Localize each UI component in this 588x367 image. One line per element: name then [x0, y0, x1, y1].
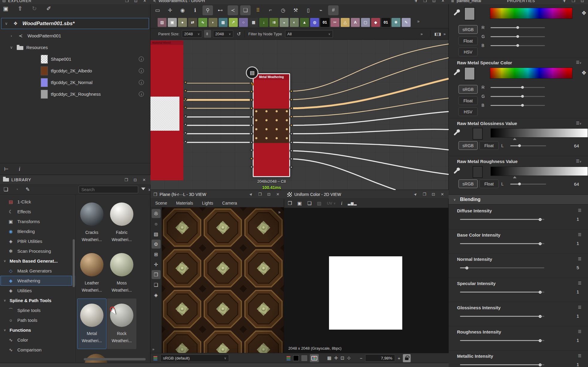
view3d-tool-icon[interactable]: ❒ [152, 270, 161, 279]
chevron-down-icon[interactable]: ∨ [2, 328, 7, 332]
close-icon[interactable]: ✕ [141, 0, 148, 3]
info-icon[interactable]: i [139, 68, 144, 73]
maximize-icon[interactable]: ⊡ [132, 0, 139, 3]
node-type-icon[interactable]: ▩ [219, 18, 228, 27]
info-icon[interactable]: i [139, 92, 144, 97]
parameter-slider[interactable] [460, 243, 544, 244]
sidebar-item[interactable]: ∨ Spline & Path Tools [0, 296, 75, 305]
menu-item[interactable]: Materials [176, 201, 193, 205]
channel-value[interactable]: 64 [565, 143, 579, 148]
float-mode-button[interactable]: Float [479, 179, 499, 188]
sidebar-item[interactable]: ∿ Color [0, 335, 75, 345]
node-input-port[interactable] [250, 141, 253, 144]
graph-canvas[interactable]: Material Blend [150, 40, 449, 190]
preset-menu-icon[interactable]: ☰ [578, 329, 581, 334]
new-folder-icon[interactable]: ❏ [4, 186, 8, 193]
chevron-down-icon[interactable]: ∨ [2, 259, 7, 263]
node-input-port[interactable] [250, 148, 253, 152]
reset-size-icon[interactable]: ↺ [237, 31, 241, 37]
node-type-icon[interactable]: A [351, 18, 360, 27]
colorspace-select[interactable]: sRGB (default)∨ [160, 354, 229, 362]
preset-menu-icon[interactable]: ☰∨ [576, 159, 581, 163]
float-mode-button[interactable]: Float [479, 141, 499, 150]
chevron-down-icon[interactable]: ∨ [2, 299, 7, 302]
more-icon[interactable]: » [444, 32, 446, 36]
node-type-icon[interactable]: ○ [239, 18, 248, 27]
lock-zoom-button[interactable] [403, 354, 411, 362]
view3d-tool-icon[interactable]: ⚙ [152, 240, 161, 249]
material-blend-node[interactable]: Material Blend [150, 40, 183, 180]
graph-tool-icon[interactable]: ≺ [228, 5, 238, 15]
tree-row[interactable]: tfgcddyc_2K_Albedo i [0, 65, 150, 77]
node-type-icon[interactable]: △ [341, 18, 350, 27]
node-port[interactable] [184, 89, 187, 92]
node-input-port[interactable] [250, 98, 253, 102]
parameter-value[interactable]: 1 [577, 241, 579, 246]
menu-item[interactable]: Scene [155, 201, 167, 205]
more-icon[interactable]: » [278, 210, 281, 214]
sidebar-item[interactable]: ∨ Functions [0, 325, 75, 335]
node-port[interactable] [184, 131, 187, 135]
sidebar-item[interactable]: ○ Path tools [0, 315, 75, 325]
view2d-tool-icon[interactable]: ❏ [307, 200, 311, 206]
channel-value[interactable]: 64 [565, 182, 579, 187]
tiling-grid-icon[interactable]: ▦ [327, 355, 331, 361]
node-output-port[interactable] [290, 149, 293, 153]
channel-slider[interactable] [490, 105, 545, 106]
vertical-scrollbar[interactable] [73, 239, 75, 287]
color-swatch[interactable] [464, 67, 475, 80]
graph-tool-icon[interactable]: ⌐ [265, 5, 276, 15]
new-filter-icon[interactable]: ◔ [15, 187, 18, 193]
parameter-slider[interactable] [460, 316, 544, 317]
node-input-port[interactable] [250, 124, 253, 127]
node-port[interactable] [184, 106, 187, 109]
channel-slider[interactable] [490, 45, 545, 46]
channel-slider[interactable] [510, 145, 546, 146]
graph-tool-icon[interactable]: ✛ [165, 5, 175, 15]
graph-tool-icon[interactable]: ⠿ [253, 5, 263, 15]
float-icon[interactable]: ❐ [123, 178, 130, 182]
close-icon[interactable]: ✕ [141, 178, 147, 182]
fit-frame-icon[interactable]: ⊡ [341, 355, 345, 361]
parameter-slider[interactable] [460, 219, 544, 220]
tree-chevron-icon[interactable]: ∨ [9, 45, 14, 50]
channel-slider[interactable] [490, 27, 545, 28]
node-type-icon[interactable]: ✂ [330, 18, 339, 27]
view3d-tool-icon[interactable]: ✛ [152, 260, 161, 269]
graph-tool-icon[interactable]: ⚲ [202, 5, 213, 15]
node-output-port[interactable] [290, 124, 293, 127]
parameter-slider[interactable] [460, 364, 544, 365]
info-icon[interactable]: i [19, 166, 20, 172]
explorer-tool-icon[interactable]: ✐ [45, 5, 53, 12]
parent-size-width-dropdown[interactable]: 2048∨ [182, 30, 202, 38]
horizontal-scrollbar[interactable] [84, 358, 146, 360]
gray-swatch[interactable] [473, 128, 483, 140]
chevron-down-icon[interactable]: ∨ [453, 198, 456, 202]
channel-slider[interactable] [490, 96, 545, 97]
node-type-icon[interactable]: ◒ [280, 18, 289, 27]
node-input-port[interactable] [250, 157, 253, 160]
node-type-icon[interactable]: 01 [320, 18, 329, 27]
parameter-value[interactable]: 1 [577, 362, 579, 367]
view3d-tool-icon[interactable]: ✇ [152, 209, 161, 218]
color-swatch[interactable] [464, 7, 475, 20]
info-icon[interactable]: i [139, 80, 144, 85]
parameter-value[interactable]: 1 [577, 217, 579, 222]
explorer-tool-icon[interactable]: ⇧ [16, 5, 24, 12]
srgb-mode-button[interactable]: sRGB [458, 141, 478, 150]
link-size-icon[interactable]: ∞ [204, 30, 211, 38]
node-output-port[interactable] [290, 132, 293, 135]
sidebar-item[interactable]: ☾ Effects [0, 207, 75, 217]
gray-swatch[interactable] [473, 166, 483, 178]
more-icon[interactable]: » [152, 347, 154, 351]
node-type-filter-dropdown[interactable]: All∨ [285, 30, 333, 38]
color-presets-icon[interactable]: ❖ [581, 69, 587, 76]
filter-funnel-icon[interactable] [141, 188, 145, 190]
node-input-port[interactable] [250, 106, 253, 110]
info-icon[interactable]: i [341, 201, 342, 206]
sidebar-item[interactable]: ∨ Mesh Based Generat... [0, 256, 75, 266]
color-spectrum-bar[interactable] [490, 68, 572, 79]
view3d-tool-icon[interactable]: ⊞ [152, 250, 161, 259]
node-output-port[interactable] [290, 115, 293, 118]
grayscale-gradient-bar[interactable] [490, 128, 588, 138]
